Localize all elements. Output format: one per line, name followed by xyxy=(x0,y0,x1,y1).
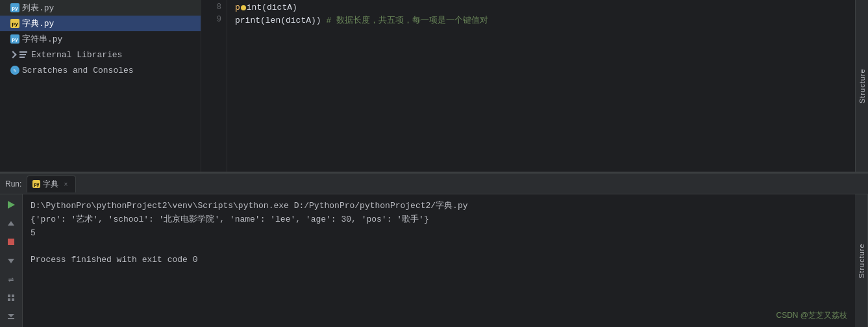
sidebar-item-zifuchuan[interactable]: py 字符串.py xyxy=(0,31,201,47)
py-blue-icon2: py xyxy=(10,34,19,44)
sidebar-item-zidian[interactable]: py 字典.py xyxy=(0,16,201,31)
run-label: Run: xyxy=(5,179,21,189)
scroll-to-end-button[interactable] xyxy=(4,309,18,323)
run-tab-name: 字典 xyxy=(43,179,58,190)
libraries-icon xyxy=(19,51,27,58)
sidebar-item-label3: 字符串.py xyxy=(22,33,62,45)
collapsed-arrow-icon xyxy=(9,51,16,58)
run-tab-close-button[interactable]: × xyxy=(61,179,70,189)
run-structure-panel[interactable]: Structure xyxy=(855,194,868,327)
code-line-9: print(len(dictA)) # 数据长度，共五项，每一项是一个键值对 xyxy=(235,14,847,27)
code-text: int(dictA) xyxy=(247,1,297,15)
rerun-icon: ⇌ xyxy=(8,275,14,284)
run-controls: ⇌ xyxy=(0,194,23,327)
sidebar-item-label-selected: 字典.py xyxy=(22,18,54,29)
run-structure-label: Structure xyxy=(858,243,865,278)
sidebar-item-label: 列表.py xyxy=(22,2,54,14)
watermark: CSDN @芝芝又荔枝 xyxy=(776,309,847,322)
code-print2: print(len(dictA)) xyxy=(235,14,326,28)
scroll-up-button[interactable] xyxy=(4,217,18,231)
grid-button[interactable] xyxy=(4,291,18,305)
structure-label: Structure xyxy=(858,68,866,103)
code-comment: # 数据长度，共五项，每一项是一个键值对 xyxy=(326,14,488,28)
sidebar-item-liebiao[interactable]: py 列表.py xyxy=(0,0,201,16)
keyword-print: p xyxy=(235,1,240,15)
stop-icon xyxy=(8,239,14,245)
sidebar-item-label4: External Libraries xyxy=(31,50,122,60)
grid-icon xyxy=(8,294,14,301)
play-button[interactable] xyxy=(4,198,18,212)
up-arrow-icon xyxy=(8,221,14,226)
scroll-down-button[interactable] xyxy=(4,254,18,268)
run-body: ⇌ D:\PythonPro\pythonProjec xyxy=(0,194,868,327)
structure-panel[interactable]: Structure xyxy=(855,0,868,172)
py-yellow-icon: py xyxy=(10,19,19,28)
sidebar-item-label5: Scratches and Consoles xyxy=(22,66,134,75)
sidebar-item-scratches[interactable]: ✎ Scratches and Consoles xyxy=(0,62,201,78)
scroll-end-icon xyxy=(8,314,14,319)
py-blue-icon: py xyxy=(10,3,19,12)
rerun-button[interactable]: ⇌ xyxy=(4,272,18,286)
play-icon xyxy=(8,201,15,209)
output-line-2: 5 xyxy=(31,227,847,241)
output-line-3 xyxy=(31,240,847,254)
code-content[interactable]: pint(dictA) print(len(dictA)) # 数据长度，共五项… xyxy=(227,0,855,172)
line-numbers: 8 9 xyxy=(201,0,227,172)
code-line-8: pint(dictA) xyxy=(235,1,847,14)
run-tab-bar: Run: py 字典 × xyxy=(0,174,868,194)
scratches-icon: ✎ xyxy=(10,66,19,75)
output-line-0: D:\PythonPro\pythonProject2\venv\Scripts… xyxy=(31,200,847,213)
editor-area: 8 9 pint(dictA) print(len(dictA)) # 数据长度… xyxy=(201,0,868,172)
run-tab-zidian[interactable]: py 字典 × xyxy=(27,176,76,192)
output-line-1: {'pro': '艺术', 'school': '北京电影学院', 'name'… xyxy=(31,213,847,227)
run-output[interactable]: D:\PythonPro\pythonProject2\venv\Scripts… xyxy=(23,194,855,327)
sidebar: py 列表.py py 字典.py py 字符串.py External Lib… xyxy=(0,0,201,172)
sidebar-item-external-libraries[interactable]: External Libraries xyxy=(0,47,201,62)
output-line-4: Process finished with exit code 0 xyxy=(31,254,847,267)
run-tab-icon: py xyxy=(32,180,40,188)
down-arrow-icon xyxy=(8,259,14,263)
run-panel: Run: py 字典 × xyxy=(0,172,868,327)
debug-dot xyxy=(241,5,246,10)
stop-button[interactable] xyxy=(4,235,18,249)
